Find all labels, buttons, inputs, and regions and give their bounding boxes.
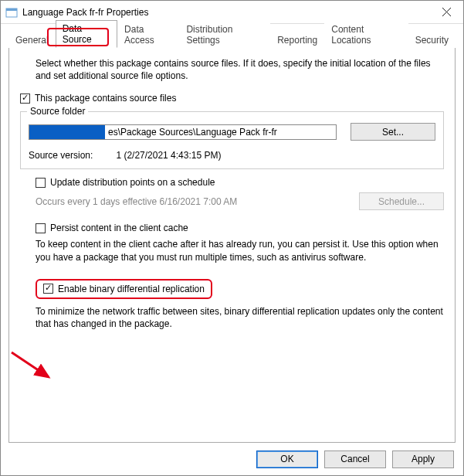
checkbox-persist-cache[interactable]: [36, 223, 46, 233]
checkbox-contains-source[interactable]: [20, 94, 30, 104]
source-version-value: 1 (2/27/2021 4:43:15 PM): [116, 150, 221, 161]
persist-description: To keep content in the client cache afte…: [36, 238, 444, 263]
checkbox-bdr-label: Enable binary differential replication: [58, 284, 205, 294]
tabstrip: General Data Source Data Access Distribu…: [8, 30, 456, 47]
source-version-label: Source version:: [29, 150, 93, 161]
tab-data-source[interactable]: Data Source: [56, 20, 117, 48]
tab-data-access[interactable]: Data Access: [117, 21, 179, 48]
dialog-footer: OK Cancel Apply: [1, 443, 463, 475]
set-button[interactable]: Set...: [351, 123, 435, 141]
cancel-button[interactable]: Cancel: [324, 450, 386, 468]
checkbox-persist-cache-label: Persist content in the client cache: [50, 223, 188, 233]
annotation-bdr-highlight: Enable binary differential replication: [36, 279, 212, 299]
bdr-description: To minimize the network traffic between …: [36, 305, 444, 330]
tab-reporting[interactable]: Reporting: [270, 32, 324, 48]
checkbox-contains-source-label: This package contains source files: [35, 93, 176, 104]
source-folder-group: Source folder es\Package Sources\Languag…: [20, 111, 444, 169]
source-folder-group-title: Source folder: [27, 106, 88, 117]
apply-button[interactable]: Apply: [392, 450, 454, 468]
schedule-button: Schedule...: [359, 192, 444, 210]
source-path-field[interactable]: es\Package Sources\Language Pack fr-fr: [29, 124, 337, 140]
package-icon: [5, 6, 18, 19]
source-path-visible: es\Package Sources\Language Pack fr-fr: [105, 127, 280, 138]
schedule-occurs-text: Occurs every 1 days effective 6/16/2021 …: [36, 196, 345, 207]
tab-general[interactable]: General: [8, 32, 56, 48]
svg-line-4: [12, 352, 49, 377]
panel-description: Select whether this package contains sou…: [36, 57, 444, 82]
checkbox-update-schedule[interactable]: [36, 178, 46, 188]
source-path-hidden-segment: [29, 125, 105, 139]
annotation-arrow: [8, 349, 61, 388]
tab-panel-data-source: Select whether this package contains sou…: [8, 47, 456, 443]
tab-content-locations[interactable]: Content Locations: [324, 21, 408, 48]
tab-security[interactable]: Security: [408, 32, 456, 48]
close-button[interactable]: [431, 2, 462, 23]
tab-distribution-settings[interactable]: Distribution Settings: [179, 21, 270, 48]
properties-window: Language Pack fr-fr Properties General D…: [0, 0, 464, 476]
checkbox-bdr[interactable]: [43, 284, 53, 294]
svg-rect-1: [6, 8, 17, 11]
checkbox-update-schedule-label: Update distribution points on a schedule: [50, 177, 215, 188]
window-title: Language Pack fr-fr Properties: [22, 7, 148, 18]
ok-button[interactable]: OK: [256, 450, 318, 468]
